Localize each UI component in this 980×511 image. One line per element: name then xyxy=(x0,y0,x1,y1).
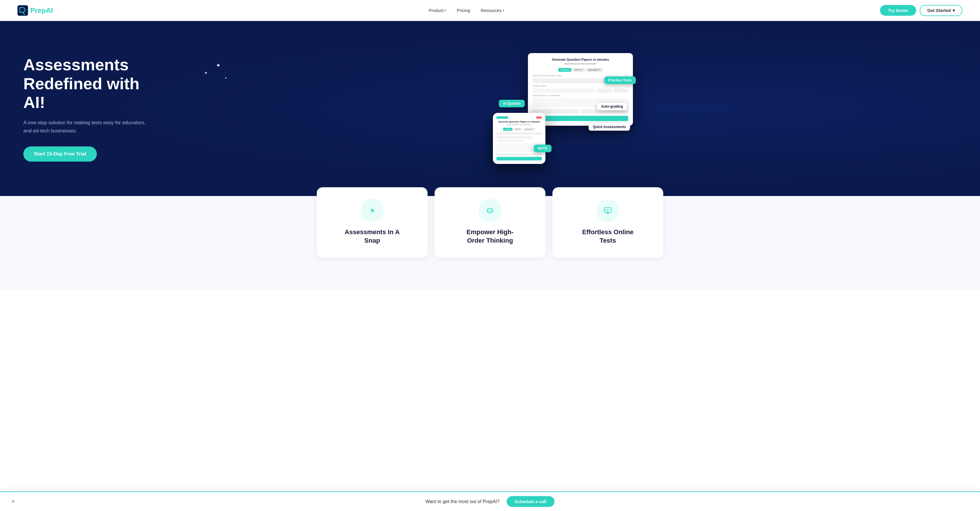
mock-phone-title: Generate Question Papers in minutes xyxy=(496,121,542,123)
mock-tab-standard: Standard xyxy=(558,68,571,72)
nav-links: Product ▾ Pricing Resources ▾ xyxy=(428,8,504,13)
feature-title-2: Empower High- Order Thinking xyxy=(444,228,536,245)
mock-desktop-title: Generate Question Papers in minutes xyxy=(533,58,628,61)
chevron-down-icon: ▾ xyxy=(503,9,504,12)
mock-generate-button xyxy=(533,116,628,121)
mock-phone-subtitle: Most Advanced Test Generator xyxy=(496,124,542,126)
mock-field-row-5: Type/Paste Your Content Here xyxy=(533,94,628,97)
mock-tabs: Standard HOTS™ Speculator™ xyxy=(533,68,628,72)
star-decoration: ✦ xyxy=(204,71,208,75)
free-trial-button[interactable]: Start 15-Day Free Trial xyxy=(23,146,97,162)
chevron-down-icon: ▾ xyxy=(445,9,446,12)
hero-title: Assessments Redefined with AI! xyxy=(23,56,169,112)
feature-icon-wrap-2 xyxy=(478,199,502,222)
practice-tests-tag: Practice Tests xyxy=(605,76,636,84)
mock-input-source xyxy=(533,89,596,93)
mock-field-row-4 xyxy=(533,89,628,93)
mock-field-label-3: Type/Paste Your Content Here xyxy=(533,94,560,97)
brain-icon xyxy=(484,205,496,216)
nav-actions: Try Demo Get Started ▾ xyxy=(880,5,963,16)
hero-subtitle: A one-stop solution for making tests eas… xyxy=(23,119,146,134)
feature-icon-wrap-3 xyxy=(596,199,619,222)
feature-icon-wrap-1 xyxy=(361,199,384,222)
mock-phone-ui: Generate Question Papers in minutes Most… xyxy=(493,113,546,164)
quick-assessments-tag: Quick Assessments xyxy=(589,123,630,131)
logo[interactable]: PrepAI xyxy=(18,5,53,16)
nav-item-pricing[interactable]: Pricing xyxy=(457,8,470,13)
lightning-icon xyxy=(366,205,378,216)
mock-phone-generate-btn xyxy=(496,157,542,161)
ai-quizzes-tag: AI Quizzes xyxy=(499,100,525,107)
feature-card-3: Effortless Online Tests xyxy=(552,187,663,258)
mock-phone-line-1 xyxy=(496,132,542,135)
feature-title-1: Assessments In A Snap xyxy=(326,228,418,245)
nav-item-resources[interactable]: Resources ▾ xyxy=(480,8,504,13)
feature-card-1: Assessments In A Snap xyxy=(317,187,428,258)
star-decoration: ✦ xyxy=(216,62,221,69)
feature-card-2: Empower High- Order Thinking xyxy=(434,187,546,258)
features-section: Assessments In A Snap Empower High- Orde… xyxy=(0,196,980,290)
mock-field-label-2: Content Source xyxy=(533,85,550,87)
auto-grading-tag: Auto-grading xyxy=(597,103,627,110)
navbar: PrepAI Product ▾ Pricing Resources ▾ Try… xyxy=(0,0,980,21)
feature-title-3: Effortless Online Tests xyxy=(562,228,654,245)
get-started-button[interactable]: Get Started ▾ xyxy=(920,5,963,16)
logo-text: PrepAI xyxy=(30,6,53,14)
hero-section: Assessments Redefined with AI! A one-sto… xyxy=(0,21,980,196)
mock-field-row-3: Content Source xyxy=(533,85,628,87)
monitor-icon xyxy=(602,205,614,216)
hero-right: ✦ ✦ ✦ Generate Question Papers in minute… xyxy=(169,47,957,170)
mock-tab-hots: HOTS™ xyxy=(573,68,585,72)
nav-item-product[interactable]: Product ▾ xyxy=(428,8,446,13)
mock-field-label: Enter A Title For Question Paper xyxy=(533,75,562,77)
hero-mock-ui: Generate Question Papers in minutes Most… xyxy=(493,53,633,164)
mock-phone-line-2 xyxy=(496,136,533,138)
logo-icon xyxy=(18,5,28,16)
try-demo-button[interactable]: Try Demo xyxy=(880,5,916,16)
mock-tab-speculator: Speculator™ xyxy=(586,68,602,72)
star-decoration: ✦ xyxy=(224,76,227,80)
svg-rect-0 xyxy=(18,5,28,16)
hero-left: Assessments Redefined with AI! A one-sto… xyxy=(23,56,169,162)
mock-phone-line-3 xyxy=(496,153,542,155)
hots-tag: HOTS xyxy=(534,145,552,152)
chevron-down-icon: ▾ xyxy=(953,8,955,13)
svg-point-4 xyxy=(602,205,614,216)
mock-desktop-subtitle: Most Advanced Test Generator xyxy=(533,62,628,65)
